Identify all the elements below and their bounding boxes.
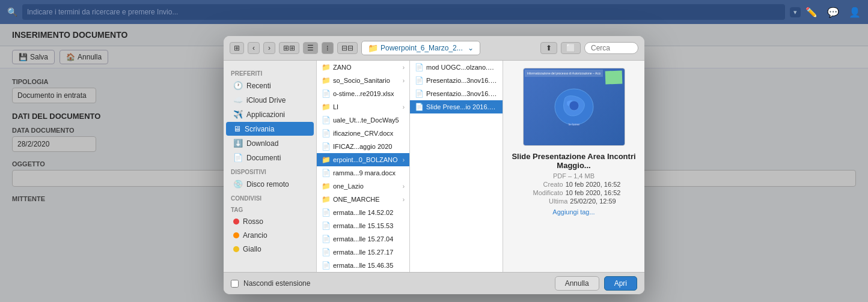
sidebar-item-rosso[interactable]: Rosso	[226, 215, 314, 228]
file-icon: 📄	[322, 248, 331, 256]
file-icon: 📁	[322, 76, 331, 85]
file-icon: 📄	[322, 142, 331, 151]
dialog-search-input[interactable]	[584, 42, 638, 54]
file-list-item[interactable]: 📄IFICAZ...aggio 2020	[317, 140, 409, 153]
preview-filename: Slide Presentazione Area Incontri Maggio…	[510, 152, 637, 170]
top-bar: 🔍 ▾ ✏️ 💬 👤	[0, 0, 868, 24]
file-icon: 📄	[322, 89, 331, 98]
view-list-btn[interactable]: ☰	[303, 42, 318, 54]
file-icon: 📄	[415, 89, 424, 98]
file-icon: 📄	[322, 116, 331, 124]
chevron-right-icon: ›	[403, 77, 405, 84]
file-list-item[interactable]: 📁erpoint...0_BOLZANO›	[317, 153, 409, 166]
file-icon: 📁	[322, 195, 331, 204]
sidebar-item-applicazioni[interactable]: ✈️ Applicazioni	[226, 107, 314, 121]
rosso-dot	[233, 219, 239, 225]
file-list-item[interactable]: 📄o-stime...re2019.xlsx	[317, 87, 409, 100]
file-list-item[interactable]: 📄ramma...9 mara.docx	[317, 166, 409, 180]
file-icon: 📄	[322, 235, 331, 243]
file-icon: 📁	[322, 156, 331, 164]
file-list-item[interactable]: 📄Presentazio...3nov16.pdf	[410, 74, 503, 87]
sidebar-section-preferiti: Preferiti	[224, 67, 316, 78]
chevron-right-icon: ›	[403, 64, 405, 71]
preview-tag-link[interactable]: Aggiungi tag...	[552, 208, 594, 216]
file-list-item[interactable]: 📄mod UOGC...olzano.pptx	[410, 61, 503, 74]
documenti-icon: 📄	[233, 153, 243, 162]
search-input[interactable]	[22, 4, 785, 20]
file-list-item[interactable]: 📁LI›	[317, 100, 409, 113]
preview-last: Ultima 25/02/20, 12:59	[531, 198, 616, 205]
preview-type-size: PDF – 1,4 MB	[553, 172, 594, 180]
share-btn[interactable]: ⬆	[540, 42, 557, 54]
nav-back-btn[interactable]: ‹	[248, 42, 260, 54]
file-icon: 📄	[322, 222, 331, 230]
file-list-item[interactable]: 📁one_Lazio›	[317, 180, 409, 193]
folder-icon: 📁	[368, 43, 378, 53]
main-area: INSERIMENTO DOCUMENTO 💾 Salva 🏠 Annulla …	[0, 24, 868, 302]
dialog-filelist-2: 📄mod UOGC...olzano.pptx📄Presentazio...3n…	[410, 61, 503, 272]
sidebar-item-documenti[interactable]: 📄 Documenti	[226, 151, 314, 165]
user-icon[interactable]: 👤	[849, 7, 861, 18]
file-icon: 📁	[322, 182, 331, 190]
dialog-preview: Informatizzazione del processo di Autori…	[503, 61, 644, 272]
scrivania-icon: 🖥	[233, 124, 241, 133]
svg-text:le forme: le forme	[568, 122, 579, 126]
file-list-item[interactable]: 📄Slide Prese...io 2016.pdf	[410, 100, 503, 113]
preview-created: Creato 10 feb 2020, 16:52	[527, 181, 621, 188]
file-list-item[interactable]: 📄ificazione_CRV.docx	[317, 127, 409, 140]
chevron-right-icon: ›	[403, 183, 405, 190]
download-icon: ⬇️	[233, 139, 243, 148]
file-list-item[interactable]: 📄ermata...lle 15.27.17	[317, 246, 409, 259]
file-list-item[interactable]: 📄ermata...lle 15.46.35	[317, 259, 409, 272]
file-list-item[interactable]: 📄uale_Ut...te_DocWay5	[317, 113, 409, 127]
file-list-item[interactable]: 📁ZANO›	[317, 61, 409, 74]
preview-map-svg: le forme	[544, 83, 604, 131]
sidebar-item-disco-remoto[interactable]: 💿 Disco remoto	[226, 177, 314, 191]
sidebar-item-recenti[interactable]: 🕐 Recenti	[226, 79, 314, 92]
dialog-footer: Nascondi estensione Annulla Apri	[224, 272, 644, 294]
file-list-item[interactable]: 📄ermata...lle 15.15.53	[317, 219, 409, 232]
chevron-right-icon: ›	[403, 196, 405, 203]
dialog-overlay: ⊞ ‹ › ⊞⊞ ☰ ⫶ ⊟⊟ 📁 Powerpoint_6_Marzo_2..…	[0, 24, 868, 302]
sidebar-section-tag: Tag	[224, 203, 316, 214]
file-icon: 📄	[322, 169, 331, 177]
giallo-dot	[233, 246, 239, 252]
file-list-item[interactable]: 📁ONE_MARCHE›	[317, 193, 409, 206]
edit-icon[interactable]: ✏️	[805, 7, 818, 18]
file-icon: 📄	[415, 76, 424, 85]
dialog-open-button[interactable]: Apri	[604, 276, 637, 291]
sidebar-item-download[interactable]: ⬇️ Download	[226, 136, 314, 150]
file-list-item[interactable]: 📄Presentazio...3nov16.pdf	[410, 87, 503, 100]
top-bar-actions: ✏️ 💬 👤	[805, 7, 861, 18]
recenti-icon: 🕐	[233, 81, 243, 90]
sidebar-item-arancio[interactable]: Arancio	[226, 229, 314, 242]
hide-extension-checkbox[interactable]	[231, 280, 239, 288]
path-chevron-icon: ⌄	[468, 44, 474, 52]
view-columns-btn[interactable]: ⫶	[322, 42, 334, 54]
dialog-filelist-1: 📁ZANO›📁so_Socio_Sanitario›📄o-stime...re2…	[317, 61, 410, 272]
file-icon: 📄	[415, 103, 424, 111]
arancio-dot	[233, 232, 239, 238]
applicazioni-icon: ✈️	[233, 110, 243, 119]
file-list-item[interactable]: 📄ermata...lle 15.27.04	[317, 232, 409, 246]
dialog-sidebar: Preferiti 🕐 Recenti ☁️ iCloud Drive ✈️ A…	[224, 61, 317, 272]
file-icon: 📄	[322, 261, 331, 270]
sidebar-item-icloud[interactable]: ☁️ iCloud Drive	[226, 93, 314, 107]
sidebar-item-giallo[interactable]: Giallo	[226, 243, 314, 256]
dialog-path[interactable]: 📁 Powerpoint_6_Marzo_2... ⌄	[361, 41, 480, 55]
chevron-right-icon: ›	[403, 104, 405, 110]
sidebar-item-scrivania[interactable]: 🖥 Scrivania	[226, 122, 314, 136]
view-gallery-btn[interactable]: ⊟⊟	[337, 42, 358, 54]
nav-forward-btn[interactable]: ›	[263, 42, 275, 54]
window-btn[interactable]: ⬜	[561, 42, 581, 54]
comment-icon[interactable]: 💬	[827, 7, 839, 18]
disco-icon: 💿	[233, 180, 243, 189]
file-icon: 📄	[322, 129, 331, 137]
sidebar-section-dispositivi: Dispositivi	[224, 165, 316, 177]
view-icon-btn[interactable]: ⊞	[230, 42, 244, 54]
file-list-item[interactable]: 📁so_Socio_Sanitario›	[317, 74, 409, 87]
dialog-cancel-button[interactable]: Annulla	[555, 276, 599, 291]
search-dropdown-button[interactable]: ▾	[790, 7, 801, 17]
file-list-item[interactable]: 📄ermata...lle 14.52.02	[317, 206, 409, 219]
view-grid-btn[interactable]: ⊞⊞	[279, 42, 299, 54]
